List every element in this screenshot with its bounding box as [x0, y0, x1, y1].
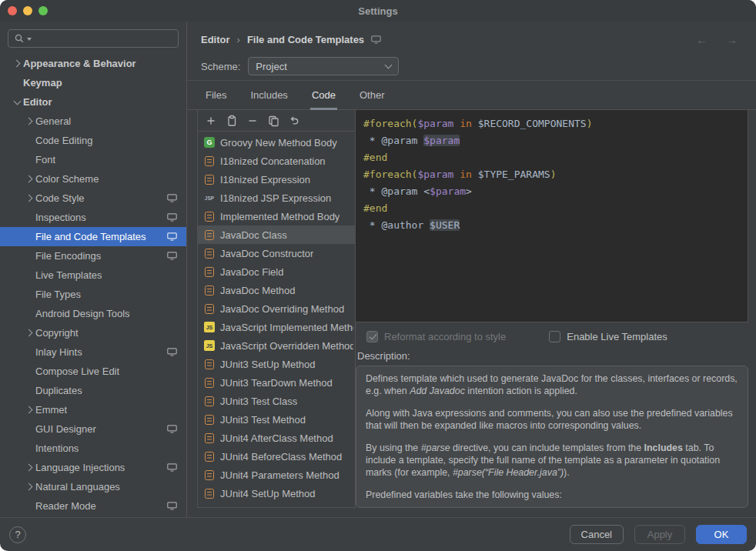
- sidebar-item-label: Language Injections: [35, 462, 125, 473]
- description-paragraph: Along with Java expressions and comments…: [366, 407, 738, 432]
- sidebar-item-label: Color Scheme: [35, 173, 99, 185]
- sidebar-item[interactable]: Inlay Hints: [0, 342, 186, 362]
- template-list-item[interactable]: JUnit3 Test Method: [198, 410, 355, 429]
- sidebar-item-label: Natural Languages: [35, 481, 120, 493]
- sidebar-item-label: Reader Mode: [35, 500, 96, 512]
- dialog-footer: ? Cancel Apply OK: [0, 517, 756, 551]
- settings-search[interactable]: [8, 29, 179, 48]
- sidebar-item[interactable]: Duplicates: [0, 381, 186, 400]
- sidebar-item-label: General: [35, 115, 71, 127]
- sidebar-item[interactable]: Code Style: [0, 189, 186, 208]
- sidebar-item[interactable]: File Types: [0, 285, 186, 304]
- template-list-item[interactable]: JUnit3 Test Class: [198, 392, 355, 410]
- back-arrow-icon[interactable]: ←: [696, 33, 707, 46]
- description-panel[interactable]: Defines template which used to generate …: [356, 366, 748, 508]
- checkbox-box: [549, 331, 560, 342]
- sidebar-item[interactable]: File Encodings: [0, 246, 186, 265]
- sidebar-item[interactable]: Inspections: [0, 208, 186, 227]
- fullscreen-button[interactable]: [38, 6, 48, 15]
- sidebar-item[interactable]: GUI Designer: [0, 419, 186, 439]
- template-list-item[interactable]: Implemented Method Body: [198, 207, 355, 225]
- minimize-button[interactable]: [23, 6, 32, 15]
- template-list-item[interactable]: JS JavaScript Implemented Method: [198, 318, 355, 336]
- sidebar-item[interactable]: Color Scheme: [0, 169, 186, 189]
- sidebar-item-label: Code Editing: [35, 135, 92, 146]
- file-type-icon: [205, 156, 214, 166]
- sidebar-item[interactable]: Language Injections: [0, 458, 186, 477]
- template-list-item[interactable]: JavaDoc Constructor: [198, 244, 355, 262]
- template-list-item[interactable]: JUnit4 AfterClass Method: [198, 429, 355, 447]
- template-list-item[interactable]: JUnit4 SetUp Method: [198, 484, 355, 503]
- sidebar-item[interactable]: Copyright: [0, 323, 186, 342]
- chevron-icon: [23, 407, 35, 412]
- sidebar-item[interactable]: Keymap: [0, 73, 186, 92]
- monitor-icon: [167, 252, 177, 260]
- sidebar-item[interactable]: Appearance & Behavior: [0, 54, 186, 73]
- tab[interactable]: Other: [358, 89, 386, 110]
- template-name: I18nized Concatenation: [220, 155, 326, 167]
- template-name: I18nized Expression: [220, 174, 310, 185]
- reformat-checkbox[interactable]: Reformat according to style: [366, 331, 506, 342]
- tab[interactable]: Includes: [249, 89, 289, 110]
- close-button[interactable]: [8, 6, 17, 15]
- enable-live-templates-checkbox[interactable]: Enable Live Templates: [549, 331, 667, 342]
- template-list-item[interactable]: JS JavaScript Overridden Method: [198, 336, 355, 355]
- apply-button[interactable]: Apply: [634, 525, 685, 544]
- sidebar-item[interactable]: Code Editing: [0, 131, 186, 150]
- sidebar-item[interactable]: Android Design Tools: [0, 304, 186, 323]
- template-list-item[interactable]: JavaDoc Class: [198, 225, 355, 244]
- titlebar: Settings: [0, 0, 756, 22]
- search-input[interactable]: [34, 33, 172, 44]
- template-list-item[interactable]: JSP I18nized JSP Expression: [198, 189, 355, 207]
- sidebar-item[interactable]: Compose Live Edit: [0, 362, 186, 381]
- sidebar-item[interactable]: Intentions: [0, 439, 186, 458]
- cancel-button[interactable]: Cancel: [570, 525, 624, 544]
- tab[interactable]: Code: [310, 89, 337, 110]
- checkbox-box: [366, 331, 378, 342]
- template-list-item[interactable]: G Groovy New Method Body: [198, 133, 355, 152]
- sidebar-item-label: Compose Live Edit: [35, 366, 119, 377]
- breadcrumb-editor[interactable]: Editor: [201, 34, 230, 45]
- forward-arrow-icon[interactable]: →: [726, 33, 738, 46]
- undo-icon[interactable]: [286, 112, 303, 129]
- template-list-item[interactable]: I18nized Expression: [198, 170, 355, 189]
- plus-icon[interactable]: [202, 112, 219, 129]
- sidebar-item-label: Inlay Hints: [35, 346, 82, 358]
- sidebar-item[interactable]: Live Templates: [0, 265, 186, 285]
- template-name: JUnit4 AfterClass Method: [220, 432, 333, 444]
- sidebar-item[interactable]: Emmet: [0, 400, 186, 419]
- sidebar-item[interactable]: General: [0, 112, 186, 131]
- template-list-item[interactable]: JavaDoc Field: [198, 262, 355, 281]
- chevron-down-icon: [385, 62, 393, 69]
- template-list-item[interactable]: I18nized Concatenation: [198, 152, 355, 170]
- ok-button[interactable]: OK: [696, 525, 747, 544]
- file-type-icon: [205, 175, 214, 185]
- chevron-icon: [23, 119, 35, 124]
- sidebar-item-label: Editor: [23, 96, 52, 108]
- template-list-item[interactable]: JUnit4 BeforeClass Method: [198, 447, 355, 466]
- template-list-item[interactable]: JUnit3 SetUp Method: [198, 355, 355, 373]
- monitor-icon: [167, 502, 177, 510]
- settings-tree[interactable]: Appearance & Behavior Keymap Editor: [0, 54, 186, 517]
- minus-icon[interactable]: [244, 112, 261, 129]
- sidebar-item[interactable]: File and Code Templates: [0, 227, 186, 246]
- template-list-item[interactable]: JavaDoc Method: [198, 281, 355, 299]
- sidebar-item[interactable]: Editor: [0, 92, 186, 112]
- template-code-editor[interactable]: #foreach($param in $RECORD_COMPONENTS) *…: [356, 110, 748, 322]
- copy-icon[interactable]: [265, 112, 282, 129]
- sidebar-item[interactable]: Font: [0, 150, 186, 169]
- settings-sidebar: Appearance & Behavior Keymap Editor: [0, 22, 187, 517]
- template-list[interactable]: G Groovy New Method Body I18nized Concat…: [198, 132, 355, 507]
- template-name: JUnit4 SetUp Method: [220, 488, 316, 499]
- sidebar-item[interactable]: Natural Languages: [0, 477, 186, 496]
- template-list-item[interactable]: JavaDoc Overriding Method: [198, 299, 355, 318]
- tab[interactable]: Files: [204, 89, 228, 110]
- scheme-select[interactable]: Project: [248, 57, 399, 75]
- sidebar-item[interactable]: Reader Mode: [0, 496, 186, 516]
- template-list-item[interactable]: JUnit3 TearDown Method: [198, 373, 355, 392]
- template-name: JavaDoc Class: [220, 229, 287, 241]
- help-button[interactable]: ?: [9, 526, 26, 543]
- paste-icon[interactable]: [223, 112, 240, 129]
- template-list-item[interactable]: JUnit4 Parameters Method: [198, 466, 355, 484]
- settings-window: Settings Appearance & Behavior: [0, 0, 756, 551]
